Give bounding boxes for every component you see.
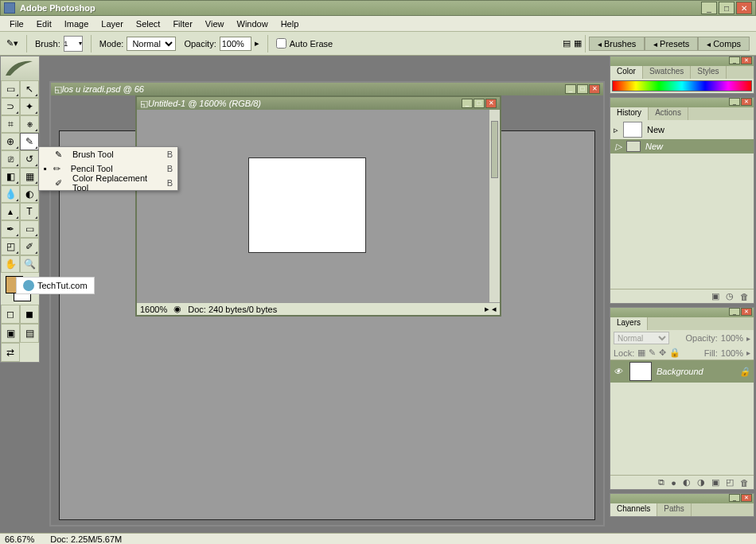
link-icon[interactable]: ⧉ [658,477,664,488]
tab-actions[interactable]: Actions [649,107,688,120]
lock-move-icon[interactable]: ✥ [659,348,666,358]
flyout-color-replace-tool[interactable]: ✐ Color Replacement Tool B [39,176,177,190]
tab-layers[interactable]: Layers [610,317,648,330]
minimize-button[interactable]: _ [701,2,717,14]
mode-select[interactable]: Normal [127,37,176,51]
zoom-tool[interactable]: 🔍 [20,255,39,273]
status-icon[interactable]: ◉ [173,304,181,314]
new-snapshot-icon[interactable]: ◷ [726,291,734,301]
panel-min-button[interactable]: _ [729,494,740,502]
quickmask-mode-icon[interactable]: ◼ [20,305,39,324]
path-select-tool[interactable]: ▴ [1,203,20,220]
eyedropper-tool[interactable]: ✐ [20,238,39,255]
new-doc-from-state-icon[interactable]: ▣ [711,291,719,301]
panel-min-button[interactable]: _ [729,308,740,316]
marquee-tool[interactable]: ▭ [1,80,20,98]
shape-tool[interactable]: ▭ [20,220,39,238]
eraser-tool[interactable]: ◧ [1,168,20,185]
menu-layer[interactable]: Layer [95,17,130,30]
bg-doc-min-button[interactable]: _ [565,84,576,94]
menu-file[interactable]: File [3,17,30,30]
tab-styles[interactable]: Styles [691,66,726,79]
front-doc-canvas-area[interactable] [137,110,489,302]
panel-close-button[interactable]: ✕ [741,56,752,64]
bg-doc-max-button[interactable]: □ [577,84,588,94]
menu-select[interactable]: Select [130,17,167,30]
imageready-icon[interactable]: ⇄ [1,343,20,362]
lasso-tool[interactable]: ⊃ [1,98,20,115]
new-layer-icon[interactable]: ◰ [726,477,734,488]
notes-tool[interactable]: ◰ [1,238,20,255]
slice-tool[interactable]: ⎈ [20,115,39,133]
menu-image[interactable]: Image [58,17,95,30]
panel-close-button[interactable]: ✕ [741,98,752,106]
panel-close-button[interactable]: ✕ [741,308,752,316]
scrollbar-v[interactable] [489,110,500,302]
close-button[interactable]: ✕ [736,2,752,14]
tab-color[interactable]: Color [610,66,643,79]
tab-paths[interactable]: Paths [657,503,692,516]
panel-min-button[interactable]: _ [729,98,740,106]
auto-erase-checkbox[interactable]: Auto Erase [276,38,333,49]
zoom-value[interactable]: 1600% [140,305,167,314]
visibility-icon[interactable]: 👁 [614,367,625,376]
fx-icon[interactable]: ● [671,478,676,488]
history-snapshot[interactable]: ▹ New [610,120,754,139]
folder-icon[interactable]: ▣ [711,477,719,488]
crop-tool[interactable]: ⌗ [1,115,20,133]
menu-help[interactable]: Help [275,17,306,30]
panel-min-button[interactable]: _ [729,56,740,64]
bg-doc-close-button[interactable]: ✕ [589,84,600,94]
menu-view[interactable]: View [199,17,231,30]
wand-tool[interactable]: ✦ [20,98,39,115]
brush-tool[interactable]: ✎ [20,133,39,150]
gradient-tool[interactable]: ▦ [20,168,39,185]
front-doc-max-button[interactable]: □ [473,99,485,108]
trash-icon[interactable]: 🗑 [740,292,749,301]
well-comps[interactable]: ◂ Comps [698,37,750,51]
stamp-tool[interactable]: ⎚ [1,150,20,168]
well-brushes[interactable]: ◂ Brushes [589,37,645,51]
color-ramp[interactable] [612,80,752,91]
mask-icon[interactable]: ◐ [683,477,691,488]
bg-doc-titlebar[interactable]: ◱ los u izradi.psd @ 66 _ □ ✕ [51,83,603,95]
tab-channels[interactable]: Channels [610,503,657,516]
brush-picker[interactable]: 1 [64,36,83,52]
lock-paint-icon[interactable]: ✎ [649,348,656,358]
lock-trans-icon[interactable]: ▦ [637,348,645,358]
history-brush-src-icon[interactable]: ▹ [614,125,618,135]
flyout-brush-tool[interactable]: ✎ Brush Tool B [39,147,177,161]
front-doc-close-button[interactable]: ✕ [485,99,497,108]
status-zoom[interactable]: 66.67% [5,534,34,544]
history-brush-tool[interactable]: ↺ [20,150,39,168]
blend-mode-select[interactable]: Normal [614,332,669,344]
maximize-button[interactable]: □ [719,2,735,14]
pen-tool[interactable]: ✒ [1,220,20,238]
tool-preset-icon[interactable]: ✎▾ [6,38,18,49]
adjustment-icon[interactable]: ◑ [697,477,705,488]
trash-icon[interactable]: 🗑 [740,478,749,488]
dodge-tool[interactable]: ◐ [20,185,39,203]
move-tool[interactable]: ↖ [20,80,39,98]
menu-filter[interactable]: Filter [166,17,198,30]
hand-tool[interactable]: ✋ [1,255,20,273]
menu-window[interactable]: Window [231,17,275,30]
tab-swatches[interactable]: Swatches [643,66,691,79]
screen-mode-1-icon[interactable]: ▣ [1,324,20,343]
screen-mode-2-icon[interactable]: ▤ [20,324,39,343]
front-doc-min-button[interactable]: _ [462,99,473,108]
opacity-input[interactable] [220,37,251,51]
lock-all-icon[interactable]: 🔒 [669,348,680,358]
menu-edit[interactable]: Edit [30,17,58,30]
front-doc-canvas[interactable] [248,157,366,253]
history-state-new[interactable]: ▷ New [610,139,754,153]
heal-tool[interactable]: ⊕ [1,133,20,150]
panel-close-button[interactable]: ✕ [741,494,752,502]
tab-history[interactable]: History [610,107,649,120]
layer-background[interactable]: 👁 Background 🔒 [610,360,754,383]
blur-tool[interactable]: 💧 [1,185,20,203]
front-doc-titlebar[interactable]: ◱ Untitled-1 @ 1600% (RGB/8) _ □ ✕ [137,97,500,110]
well-presets[interactable]: ◂ Presets [645,37,698,51]
bridge-icon[interactable]: ▦ [574,38,582,49]
palette-icon[interactable]: ▤ [563,38,571,49]
